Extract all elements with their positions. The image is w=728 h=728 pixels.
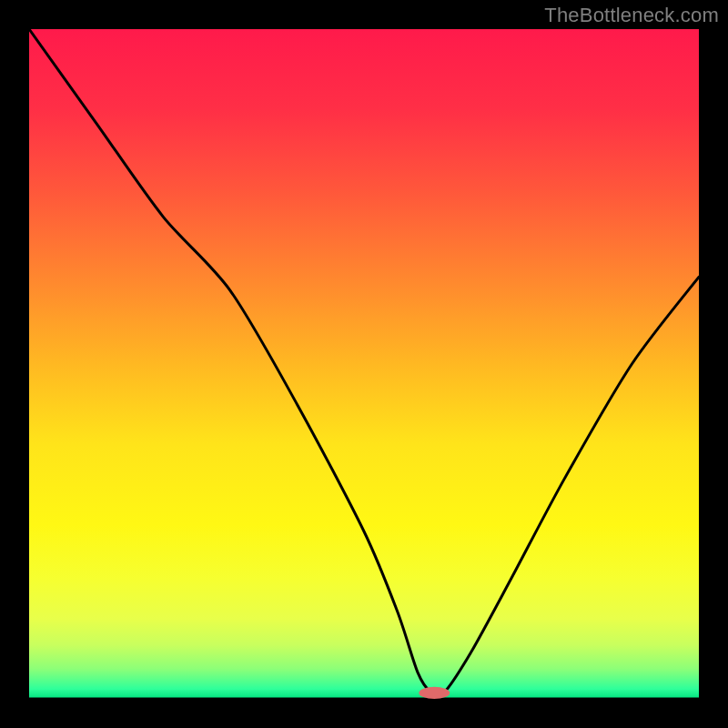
attribution-label: TheBottleneck.com (544, 4, 719, 27)
bottleneck-chart (0, 0, 728, 728)
gradient-background (29, 29, 699, 699)
chart-frame: TheBottleneck.com (0, 0, 728, 728)
optimum-marker (419, 687, 450, 699)
